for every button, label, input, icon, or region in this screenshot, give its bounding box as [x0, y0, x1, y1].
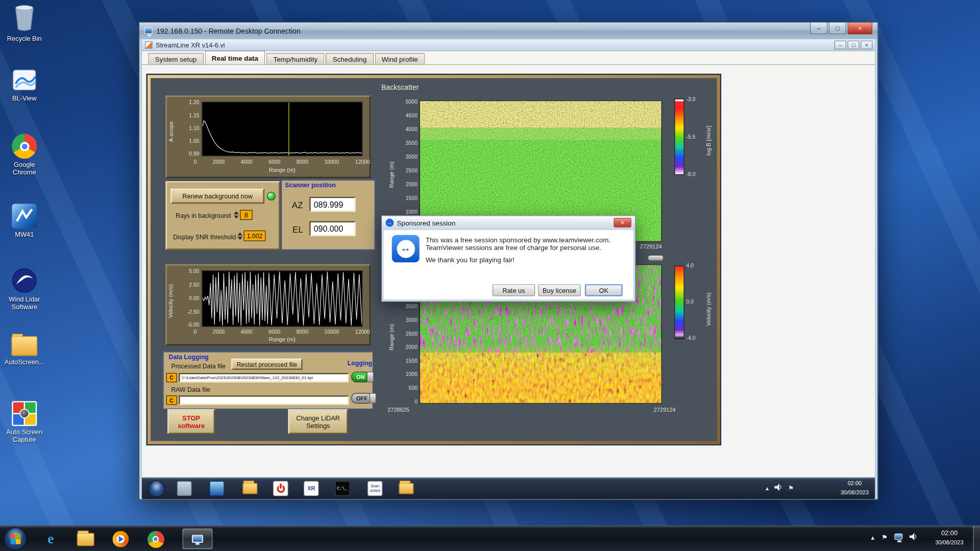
ascope-plot: [202, 102, 363, 157]
remote-taskbar-folder-icon[interactable]: [242, 483, 257, 494]
tray-network-icon[interactable]: [894, 534, 902, 541]
dialog-line1: This was a free session sponsored by www…: [426, 236, 610, 244]
snr-threshold-value[interactable]: 1.002: [244, 231, 266, 241]
bl-view-icon: [1, 67, 47, 92]
tick-label: 0: [194, 159, 197, 165]
rays-in-background-label: Rays in background: [176, 212, 231, 219]
app-restore-button[interactable]: □: [847, 41, 859, 49]
rays-spinner[interactable]: [233, 210, 239, 220]
restart-processed-file-button[interactable]: Restart processed file: [231, 359, 303, 370]
auto-screen-capture-icon: [1, 401, 47, 426]
raw-path-input[interactable]: [179, 395, 349, 405]
tick-label: 1.05: [189, 138, 199, 144]
toggle-knob: [370, 393, 376, 404]
snr-spinner[interactable]: [237, 231, 242, 241]
data-logging-caption: Data Logging: [169, 354, 209, 360]
toggle-knob: [366, 372, 373, 383]
remote-tray-flag-icon[interactable]: ⚑: [788, 485, 794, 491]
desktop-icon-label: AutoScreen...: [1, 358, 47, 366]
taskbar-ie-button[interactable]: e: [41, 530, 60, 548]
raw-drive-button[interactable]: C: [166, 395, 177, 405]
ascope-y-axis-label: A-scope: [168, 109, 174, 153]
tick-label: -5.5: [687, 134, 696, 140]
desktop-icon-mw41[interactable]: MW41: [1, 204, 47, 238]
tick-label: 4.0: [687, 262, 694, 268]
windows-flag-icon: [10, 534, 20, 544]
tab-scheduling[interactable]: Scheduling: [326, 53, 374, 64]
tick-label: 6000: [268, 159, 280, 165]
el-value-field[interactable]: 090.000: [309, 221, 356, 236]
remote-start-button[interactable]: [148, 481, 165, 497]
processed-drive-button[interactable]: C: [166, 373, 177, 382]
tab-wind-profile[interactable]: Wind profile: [375, 53, 425, 64]
processed-logging-toggle[interactable]: ON: [351, 372, 373, 383]
system-tray: ▴ ⚑: [871, 533, 917, 541]
desktop-icon-auto-screen-capture[interactable]: Auto Screen Capture: [1, 401, 47, 443]
rdp-minimize-button[interactable]: –: [810, 22, 827, 34]
remote-taskbar-monitor-icon[interactable]: [209, 481, 224, 496]
start-button[interactable]: [4, 527, 27, 550]
tick-label: 4000: [406, 126, 418, 132]
desktop-icon-wind-lidar[interactable]: Wind Lidar Software: [1, 267, 47, 311]
rdp-close-button[interactable]: ×: [847, 22, 872, 34]
tick-label: 1500: [406, 195, 418, 201]
remote-taskbar-app-icon[interactable]: [177, 481, 192, 496]
tab-temp-humidity[interactable]: Temp/humidity: [266, 53, 325, 64]
tick-label: 8000: [297, 329, 308, 335]
remote-taskbar-scan-sched-icon[interactable]: Scansched: [368, 481, 382, 496]
remote-taskbar-console-icon[interactable]: C:\_: [335, 481, 350, 496]
taskbar-rdp-button[interactable]: [183, 529, 213, 549]
taskbar-chrome-button[interactable]: [146, 530, 165, 548]
remote-taskbar-xr-icon[interactable]: XR: [304, 481, 318, 496]
recycle-bin-icon: [1, 4, 47, 32]
remote-volume-icon[interactable]: [774, 484, 782, 492]
tray-volume-icon[interactable]: [910, 533, 918, 541]
dialog-close-button[interactable]: ×: [614, 218, 631, 227]
raw-logging-toggle[interactable]: OFF: [351, 393, 376, 404]
remote-taskbar: XR C:\_ Scansched ▴ ⚑ 02:00 30/08/2023: [142, 478, 875, 499]
tick-label: 12000: [355, 159, 370, 165]
desktop-icon-bl-view[interactable]: BL-View: [1, 67, 47, 102]
show-desktop-button[interactable]: [973, 526, 980, 551]
remote-tray-up-arrow[interactable]: ▴: [766, 485, 769, 491]
taskbar-explorer-button[interactable]: [76, 530, 95, 548]
tab-real-time-data[interactable]: Real time data: [205, 51, 265, 64]
tick-label: 1.20: [189, 99, 199, 106]
app-titlebar: StreamLine XR v14-6.vi – □ ×: [142, 39, 875, 51]
rate-us-button[interactable]: Rate us: [493, 284, 535, 296]
remote-taskbar-folder2-icon[interactable]: [399, 483, 413, 494]
desktop-icon-google-chrome[interactable]: Google Chrome: [1, 134, 47, 176]
taskbar-clock[interactable]: 02:00 30/08/2023: [929, 529, 970, 547]
ascope-chart-group: A-scope 1.201.151.101.050.99 02000400060…: [165, 95, 371, 178]
desktop-icon-recycle-bin[interactable]: Recycle Bin: [1, 4, 47, 42]
processed-path-input[interactable]: C:\Lidar\Data\Proc\2023\202308\20230830\…: [179, 373, 349, 382]
stop-software-button[interactable]: STOPsoftware: [167, 409, 215, 434]
ok-button[interactable]: OK: [585, 284, 622, 296]
remote-taskbar-power-icon[interactable]: [273, 481, 288, 496]
tab-system-setup[interactable]: System setup: [148, 53, 204, 64]
az-label: AZ: [292, 200, 303, 210]
tray-show-hidden-icons[interactable]: ▴: [871, 533, 874, 541]
teamviewer-sponsored-dialog: ↔ Sponsored session × ↔ This was a free …: [381, 215, 635, 302]
tick-label: 0.00: [189, 295, 199, 301]
heatmap-scrollbar-knob[interactable]: [648, 255, 664, 261]
app-minimize-button[interactable]: –: [835, 41, 846, 49]
tray-action-center-icon[interactable]: ⚑: [881, 533, 888, 541]
background-controls-group: Renew background now Rays in background …: [165, 181, 280, 250]
app-icon: [145, 41, 153, 49]
change-lidar-settings-button[interactable]: Change LiDARSettings: [288, 409, 348, 434]
rdp-title: 192.168.0.150 - Remote Desktop Connectio…: [156, 27, 301, 35]
rays-value[interactable]: 8: [240, 210, 252, 220]
host-taskbar: e ▴ ⚑ 02:00 30/08/2023: [0, 525, 980, 551]
taskbar-wmp-button[interactable]: [111, 530, 130, 548]
app-close-button[interactable]: ×: [861, 41, 872, 49]
renew-background-button[interactable]: Renew background now: [170, 189, 264, 204]
renew-status-led: [267, 192, 276, 201]
dialog-line3: We thank you for playing fair!: [426, 256, 514, 264]
az-value-field[interactable]: 089.999: [309, 197, 356, 212]
buy-license-button[interactable]: Buy license: [538, 284, 580, 296]
rdp-maximize-button[interactable]: □: [829, 22, 846, 34]
tick-label: 0.0: [687, 298, 694, 305]
desktop-icon-autoscreen[interactable]: AutoScreen...: [1, 332, 47, 365]
tick-label: 12000: [355, 329, 370, 335]
